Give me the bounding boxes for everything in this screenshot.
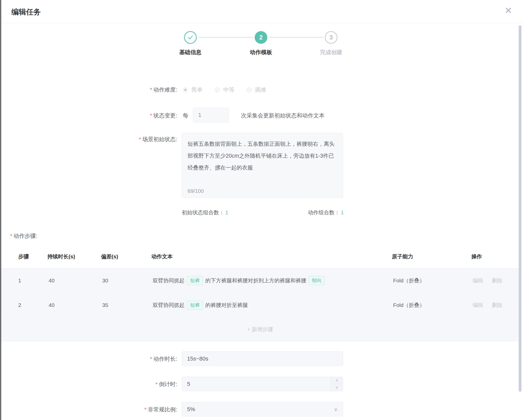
dialog-header: 编辑任务 ✕: [1, 0, 523, 23]
step-3-circle: 3: [325, 31, 337, 44]
row2-deviation: 35: [102, 293, 108, 317]
col-header-ops: 操作: [471, 253, 482, 260]
required-mark: *: [144, 406, 147, 413]
object-tag: 短裤: [187, 301, 203, 310]
step-2-label: 动作模板: [233, 49, 289, 56]
initial-state-label: *场景初始状态:: [0, 136, 177, 143]
combo-counts: 初始状态组合数：1 动作组合数：1: [182, 209, 344, 216]
row1-action-text: 双臂协同抓起 短裤 的下方裤腿和裤腰对折到上方的裤腿和裤腰 朝向: [153, 268, 391, 293]
row2-edit-button[interactable]: 编辑: [473, 293, 483, 317]
row1-step: 1: [18, 268, 21, 293]
step-2-number: 2: [259, 34, 263, 41]
required-mark: *: [139, 136, 141, 142]
difficulty-label: *动作难度:: [0, 86, 177, 94]
table-row: 1 40 30 双臂协同抓起 短裤 的下方裤腿和裤腰对折到上方的裤腿和裤腰 朝向…: [1, 268, 519, 293]
state-change-suffix: 次采集会更新初始状态和动作文本: [241, 112, 325, 119]
countdown-label: *倒计时:: [0, 381, 177, 388]
step-1-circle: [184, 31, 197, 44]
countdown-stepper: ∧ ∨: [331, 377, 343, 391]
initial-state-text: 短裤五条数据背面朝上，五条数据正面朝上，裤腰朝右，离头部视野下方至少20cm之外…: [182, 133, 343, 174]
radio-medium[interactable]: 中等: [215, 86, 234, 94]
action-combo-label: 动作组合数：: [308, 209, 340, 215]
row1-deviation: 30: [102, 268, 108, 293]
stepper-connector-1: [198, 37, 253, 38]
close-icon: ✕: [505, 5, 512, 16]
radio-selected-dot: [184, 89, 186, 91]
radio-hard-circle: [247, 87, 252, 92]
col-header-duration: 持续时长(s): [47, 253, 75, 260]
initial-state-textarea[interactable]: 短裤五条数据背面朝上，五条数据正面朝上，裤腰朝右，离头部视野下方至少20cm之外…: [182, 133, 343, 198]
col-header-ability: 原子能力: [392, 253, 413, 260]
close-button[interactable]: ✕: [501, 4, 515, 18]
row1-duration: 40: [49, 268, 54, 293]
difficulty-radio-group: 简单 中等 困难: [183, 86, 266, 94]
radio-medium-circle: [215, 87, 220, 92]
col-header-deviation: 偏差(s): [101, 253, 118, 260]
required-mark: *: [150, 112, 152, 119]
vertical-scrollbar-thumb[interactable]: [519, 25, 521, 392]
initial-combo-label: 初始状态组合数：: [182, 209, 224, 215]
object-tag: 短裤: [187, 276, 203, 285]
add-step-button[interactable]: + 新增步骤: [1, 318, 519, 341]
action-combo-value: 1: [341, 209, 344, 215]
action-steps-label: *动作步骤:: [10, 232, 37, 240]
chevron-down-icon: ∨: [334, 402, 338, 416]
stepper-connector-2: [269, 37, 323, 38]
direction-tag: 朝向: [309, 276, 325, 285]
action-duration-value: 15s~80s: [182, 352, 343, 366]
row2-delete-button[interactable]: 删除: [492, 293, 502, 317]
required-mark: *: [10, 233, 12, 239]
required-mark: *: [150, 356, 152, 362]
state-change-label: *状态变更:: [0, 112, 177, 119]
chevron-down-icon: ∨: [335, 385, 338, 390]
radio-easy-circle: [183, 87, 188, 92]
step-1-label: 基础信息: [163, 49, 218, 56]
row1-edit-button[interactable]: 编辑: [473, 268, 483, 293]
row1-delete-button[interactable]: 删除: [492, 268, 502, 293]
state-change-input[interactable]: 1: [193, 108, 229, 122]
char-counter: 69/100: [188, 188, 204, 194]
row2-step: 2: [18, 293, 21, 317]
table-row: 2 40 35 双臂协同抓起 短裤 的裤腰对折至裤腿 Fold（折叠） 编辑 删…: [1, 293, 519, 317]
col-header-text: 动作文本: [151, 253, 173, 260]
col-header-step: 步骤: [18, 253, 29, 260]
radio-medium-label: 中等: [223, 86, 234, 94]
required-mark: *: [150, 87, 152, 93]
step-3-label: 完成创建: [303, 49, 359, 56]
row2-ability: Fold（折叠）: [393, 293, 425, 317]
row1-ability: Fold（折叠）: [393, 268, 425, 293]
initial-combo: 初始状态组合数：1: [182, 209, 228, 216]
decrease-button[interactable]: ∨: [331, 384, 343, 391]
state-change-value: 1: [193, 108, 229, 122]
action-duration-label: *动作时长:: [0, 355, 177, 363]
radio-hard[interactable]: 困难: [247, 86, 266, 94]
unusual-ratio-select[interactable]: 5% ∨: [182, 402, 343, 416]
initial-combo-value: 1: [225, 209, 228, 215]
row2-action-text: 双臂协同抓起 短裤 的裤腰对折至裤腿: [153, 293, 391, 317]
radio-easy[interactable]: 简单: [183, 86, 203, 94]
check-icon: [187, 34, 194, 41]
step-3-number: 3: [329, 34, 333, 41]
state-change-prefix: 每: [183, 112, 188, 119]
row2-duration: 40: [49, 293, 54, 317]
step-2-circle: 2: [255, 31, 267, 44]
required-mark: *: [155, 381, 158, 387]
action-combo: 动作组合数：1: [308, 209, 344, 216]
radio-easy-label: 简单: [191, 86, 203, 94]
dialog-title: 编辑任务: [11, 7, 41, 17]
unusual-ratio-label: *非常规比例:: [0, 406, 177, 413]
unusual-ratio-value: 5%: [182, 402, 343, 416]
chevron-up-icon: ∧: [335, 378, 338, 383]
radio-hard-label: 困难: [255, 86, 266, 94]
action-duration-input[interactable]: 15s~80s: [182, 351, 343, 366]
countdown-input[interactable]: 5 ∧ ∨: [182, 377, 343, 391]
increase-button[interactable]: ∧: [331, 377, 343, 384]
countdown-value: 5: [182, 377, 343, 391]
